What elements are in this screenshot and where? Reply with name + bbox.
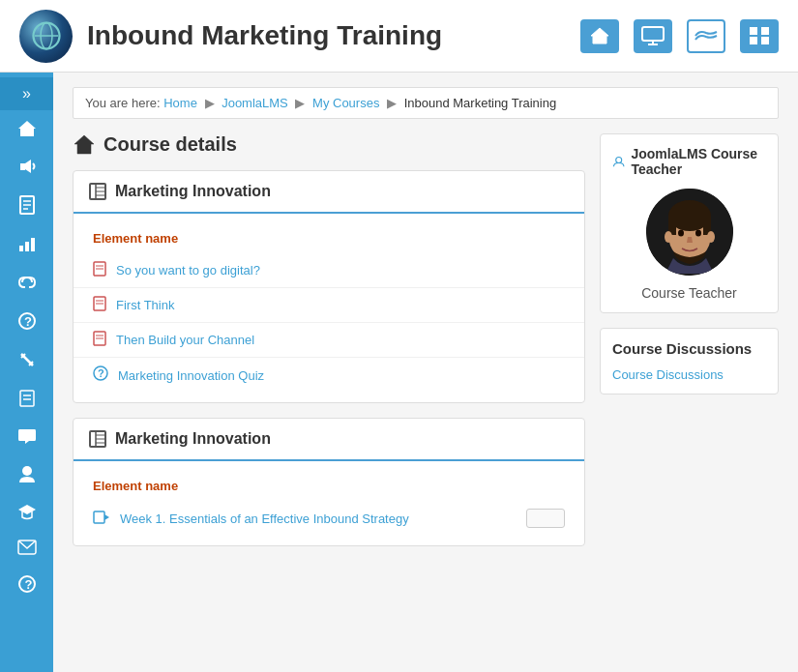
content-area: Course details Marketing Innovation <box>73 133 779 561</box>
header-icons <box>580 19 779 53</box>
svg-rect-8 <box>761 27 769 35</box>
teacher-name: Course Teacher <box>612 285 766 301</box>
sidebar-item-tools[interactable] <box>0 340 53 379</box>
home-icon <box>73 134 96 156</box>
breadcrumb-lms[interactable]: JoomlaLMS <box>222 96 288 110</box>
svg-point-63 <box>695 230 701 237</box>
discussions-title: Course Discussions <box>612 340 766 357</box>
section-card-2: Marketing Innovation Element name Week 1… <box>73 418 585 546</box>
sidebar-item-notes[interactable] <box>0 379 53 418</box>
section-1-body: Element name So you want to go digital? <box>74 214 584 402</box>
content-sidebar: JoomlaLMS Course Teacher <box>600 133 779 561</box>
link-first-think[interactable]: First Think <box>116 298 174 312</box>
sidebar-item-documents[interactable] <box>0 186 53 224</box>
discussions-card: Course Discussions Course Discussions <box>600 328 779 394</box>
sidebar-item-grades[interactable] <box>0 224 53 263</box>
element-item-4[interactable]: ? Marketing Innovation Quiz <box>74 358 584 393</box>
svg-rect-10 <box>761 37 769 44</box>
main-content: You are here: Home ▶ JoomlaLMS ▶ My Cour… <box>53 73 798 672</box>
svg-text:?: ? <box>24 314 32 329</box>
breadcrumb-prefix: You are here: <box>85 96 161 110</box>
svg-point-28 <box>22 466 32 476</box>
link-week1[interactable]: Week 1. Essentials of an Effective Inbou… <box>120 511 409 526</box>
page-header: Inbound Marketing Training <box>0 0 798 73</box>
link-digital[interactable]: So you want to go digital? <box>116 263 260 278</box>
breadcrumb-sep3: ▶ <box>387 96 397 110</box>
doc-icon-3 <box>93 331 106 349</box>
doc-icon-1 <box>93 261 106 279</box>
svg-point-62 <box>678 230 684 237</box>
book-icon-2 <box>88 430 107 448</box>
content-main: Course details Marketing Innovation <box>73 133 585 561</box>
svg-rect-54 <box>94 511 104 523</box>
video-icon <box>93 511 110 527</box>
teacher-card-header: JoomlaLMS Course Teacher <box>612 146 766 177</box>
discussions-link[interactable]: Course Discussions <box>612 367 724 382</box>
svg-marker-55 <box>104 514 109 520</box>
sidebar: » ? <box>0 73 53 672</box>
breadcrumb-sep1: ▶ <box>205 96 215 110</box>
main-layout: » ? <box>0 73 798 672</box>
section-2-title: Marketing Innovation <box>115 430 271 448</box>
svg-rect-12 <box>20 165 25 170</box>
link-quiz[interactable]: Marketing Innovation Quiz <box>118 368 264 383</box>
svg-rect-9 <box>750 37 757 44</box>
svg-rect-7 <box>750 27 757 35</box>
element-item-1[interactable]: So you want to go digital? <box>74 253 584 288</box>
logo <box>19 10 73 63</box>
sidebar-item-messages[interactable] <box>0 530 53 565</box>
quiz-icon: ? <box>93 365 108 385</box>
breadcrumb: You are here: Home ▶ JoomlaLMS ▶ My Cour… <box>73 87 779 119</box>
element-item-week1[interactable]: Week 1. Essentials of an Effective Inbou… <box>74 501 584 536</box>
sidebar-item-links[interactable] <box>0 263 53 302</box>
breadcrumb-current: Inbound Marketing Training <box>404 96 557 110</box>
svg-text:?: ? <box>98 367 104 379</box>
sidebar-item-announcements[interactable] <box>0 147 53 186</box>
sidebar-item-help[interactable]: ? <box>0 565 53 603</box>
home-icon-btn[interactable] <box>580 19 619 53</box>
svg-text:?: ? <box>24 577 32 592</box>
section-2-header: Marketing Innovation <box>74 419 584 461</box>
svg-point-56 <box>616 158 622 163</box>
sidebar-item-courses[interactable] <box>0 493 53 530</box>
svg-rect-4 <box>642 27 664 41</box>
section-1-header: Marketing Innovation <box>74 171 584 214</box>
section-2-body: Element name Week 1. Essentials of an Ef… <box>74 461 584 545</box>
page-title: Inbound Marketing Training <box>87 20 580 51</box>
screen-icon-btn[interactable] <box>634 19 672 53</box>
breadcrumb-sep2: ▶ <box>295 96 305 110</box>
teacher-avatar <box>646 189 733 276</box>
section-1-title: Marketing Innovation <box>115 183 271 200</box>
doc-icon-2 <box>93 296 106 314</box>
teacher-card: JoomlaLMS Course Teacher <box>600 133 779 313</box>
breadcrumb-my-courses[interactable]: My Courses <box>312 96 379 110</box>
svg-rect-17 <box>19 246 23 251</box>
element-name-header-2: Element name <box>74 471 584 501</box>
svg-marker-3 <box>591 28 608 44</box>
link-build-channel[interactable]: Then Build your Channel <box>116 333 254 347</box>
svg-rect-19 <box>31 238 35 251</box>
sidebar-toggle[interactable]: » <box>0 77 53 110</box>
svg-marker-32 <box>74 135 94 154</box>
book-icon-1 <box>88 183 107 200</box>
teacher-icon <box>612 154 625 169</box>
svg-point-64 <box>665 231 672 243</box>
breadcrumb-home[interactable]: Home <box>163 96 197 110</box>
svg-rect-18 <box>25 242 29 251</box>
element-item-3[interactable]: Then Build your Channel <box>74 323 584 358</box>
svg-rect-25 <box>20 391 34 406</box>
svg-point-65 <box>707 231 715 243</box>
element-item-2[interactable]: First Think <box>74 288 584 323</box>
sidebar-item-home[interactable] <box>0 110 53 147</box>
element-name-header-1: Element name <box>74 223 584 253</box>
course-details-heading: Course details <box>73 133 585 156</box>
sidebar-item-quiz[interactable]: ? <box>0 302 53 340</box>
sidebar-item-discussions[interactable] <box>0 418 53 454</box>
handshake-icon-btn[interactable] <box>687 19 725 53</box>
week1-checkbox[interactable] <box>526 509 565 528</box>
section-card-1: Marketing Innovation Element name So you… <box>73 170 585 403</box>
sidebar-item-profile[interactable] <box>0 454 53 493</box>
svg-marker-11 <box>18 121 36 136</box>
grid-icon-btn[interactable] <box>740 19 779 53</box>
